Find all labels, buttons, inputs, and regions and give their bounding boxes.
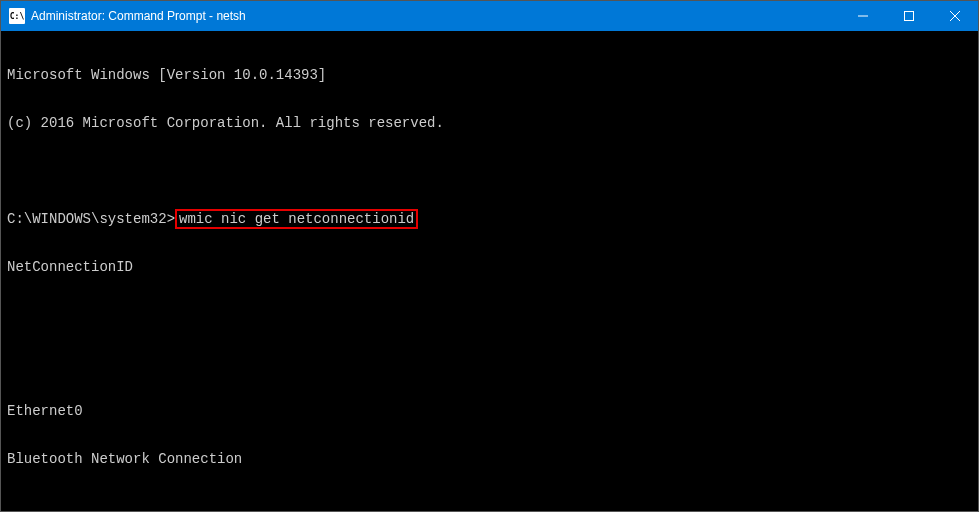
prompt-text: C:\WINDOWS\system32> [7, 211, 175, 227]
output-row: Bluetooth Network Connection [7, 451, 972, 467]
blank-line [7, 163, 972, 179]
highlighted-command-1: wmic nic get netconnectionid [175, 209, 418, 229]
output-header: NetConnectionID [7, 259, 972, 275]
command-prompt-window: C:\ Administrator: Command Prompt - nets… [0, 0, 979, 512]
close-icon [950, 11, 960, 21]
maximize-button[interactable] [886, 1, 932, 31]
command-line-1: C:\WINDOWS\system32>wmic nic get netconn… [7, 211, 972, 227]
svg-rect-1 [905, 12, 914, 21]
output-row: Ethernet0 [7, 403, 972, 419]
blank-line [7, 307, 972, 323]
maximize-icon [904, 11, 914, 21]
window-controls [840, 1, 978, 31]
window-title: Administrator: Command Prompt - netsh [31, 9, 840, 23]
copyright-line: (c) 2016 Microsoft Corporation. All righ… [7, 115, 972, 131]
app-icon: C:\ [9, 8, 25, 24]
titlebar[interactable]: C:\ Administrator: Command Prompt - nets… [1, 1, 978, 31]
blank-line [7, 355, 972, 371]
version-line: Microsoft Windows [Version 10.0.14393] [7, 67, 972, 83]
minimize-button[interactable] [840, 1, 886, 31]
blank-line [7, 499, 972, 511]
minimize-icon [858, 11, 868, 21]
terminal-area[interactable]: Microsoft Windows [Version 10.0.14393] (… [1, 31, 978, 511]
close-button[interactable] [932, 1, 978, 31]
